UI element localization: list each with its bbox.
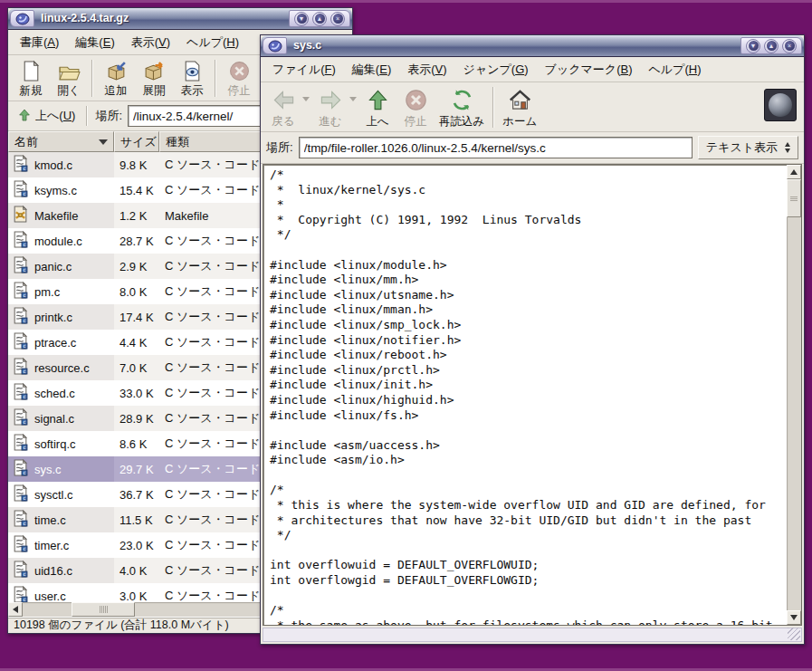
scroll-track[interactable] xyxy=(787,217,801,610)
scroll-track[interactable] xyxy=(23,602,72,617)
toolbar-separator xyxy=(215,60,216,97)
viewer-window-title: sys.c xyxy=(293,35,737,57)
viewer-menu-3[interactable]: ジャンプ(G) xyxy=(455,58,537,81)
maximize-button[interactable]: ▲ xyxy=(764,39,779,53)
archive-menu-2[interactable]: 表示(V) xyxy=(123,31,178,54)
code-line: #include <linux/highuid.h> xyxy=(270,393,787,408)
archive-menu-3[interactable]: ヘルプ(H) xyxy=(178,31,247,54)
file-size: 28.9 K xyxy=(114,406,159,431)
code-line: #include <linux/utsname.h> xyxy=(270,288,787,303)
c-source-icon: c xyxy=(13,484,28,504)
file-name: softirq.c xyxy=(34,437,76,451)
view-mode-value: テキスト表示 xyxy=(706,139,778,156)
archive-window-controls: ▼▲× xyxy=(289,10,350,27)
file-name: sched.c xyxy=(34,387,75,400)
file-size: 23.0 K xyxy=(114,532,159,558)
scroll-thumb[interactable] xyxy=(72,602,135,617)
code-line: /* xyxy=(270,483,787,498)
viewer-tool-back: 戻る xyxy=(264,84,302,130)
file-name-cell: cprintk.c xyxy=(8,304,114,330)
archive-tool-add-to-archive[interactable]: 追加 xyxy=(97,57,135,100)
viewer-titlebar[interactable]: sys.c ▼▲× xyxy=(261,35,804,57)
viewer-location-input[interactable] xyxy=(299,137,693,158)
file-size: 2.9 K xyxy=(114,254,159,279)
file-name: uid16.c xyxy=(34,564,72,578)
archive-tool-open-folder[interactable]: 開く xyxy=(50,57,88,100)
archive-tool-extract[interactable]: 展開 xyxy=(135,57,173,100)
viewer-tool-home[interactable]: ホーム xyxy=(498,84,541,130)
throbber-sphere-icon xyxy=(769,93,792,117)
toolbar-label: 追加 xyxy=(105,83,128,99)
scroll-down-button[interactable] xyxy=(787,610,801,625)
c-source-icon: c xyxy=(13,434,28,454)
archive-titlebar[interactable]: linux-2.5.4.tar.gz ▼▲× xyxy=(8,8,352,30)
vertical-scrollbar[interactable] xyxy=(787,165,801,625)
viewer-menu-2[interactable]: 表示(V) xyxy=(399,58,454,81)
file-name-cell: cuid16.c xyxy=(8,558,114,583)
close-button[interactable]: × xyxy=(330,12,345,26)
file-name: printk.c xyxy=(34,311,72,324)
svg-text:c: c xyxy=(23,470,26,475)
c-source-icon: c xyxy=(13,408,28,428)
svg-text:c: c xyxy=(23,445,26,450)
scroll-up-button[interactable] xyxy=(787,165,801,179)
code-area: /* * linux/kernel/sys.c * * Copyright (C… xyxy=(263,165,787,625)
toolbar-separator xyxy=(91,60,93,97)
code-line: * linux/kernel/sys.c xyxy=(270,183,787,198)
column-header-label: サイズ xyxy=(120,134,157,150)
stop-icon xyxy=(228,59,251,82)
svg-text:c: c xyxy=(23,292,26,298)
desktop: { "desktop": { "background": "#6d1268", … xyxy=(0,0,812,671)
archive-menu-0[interactable]: 書庫(A) xyxy=(12,31,67,54)
open-folder-icon xyxy=(58,59,81,82)
shade-button[interactable]: ▼ xyxy=(294,12,309,26)
archive-tool-new-archive[interactable]: 新規 xyxy=(12,57,50,100)
svg-text:c: c xyxy=(23,419,26,425)
viewer-menu-1[interactable]: 編集(E) xyxy=(344,58,399,81)
column-header-name[interactable]: 名前 xyxy=(8,131,114,152)
close-button[interactable]: × xyxy=(782,39,797,53)
code-line: #include <linux/module.h> xyxy=(270,258,787,273)
column-header-size[interactable]: サイズ xyxy=(114,131,159,152)
scroll-left-button[interactable] xyxy=(8,602,23,617)
resize-grip[interactable] xyxy=(788,628,800,640)
c-source-icon: c xyxy=(13,256,28,276)
dropdown-arrow-icon xyxy=(349,97,357,101)
file-size: 28.7 K xyxy=(114,228,159,254)
archive-window-icon[interactable] xyxy=(10,10,34,27)
file-name: Makefile xyxy=(34,209,78,223)
viewer-menu-5[interactable]: ヘルプ(H) xyxy=(640,58,709,81)
viewer-menu-0[interactable]: ファイル(F) xyxy=(264,58,344,81)
file-name: kmod.c xyxy=(34,158,72,172)
code-line xyxy=(270,243,787,258)
toolbar-separator xyxy=(492,87,494,128)
code-line: #include <asm/uaccess.h> xyxy=(270,438,787,454)
separator xyxy=(86,106,88,126)
code-line: * xyxy=(270,197,787,213)
scroll-thumb[interactable] xyxy=(787,179,801,217)
archive-status-text: 10198 個のファイル (合計 118.0 Mバイト) xyxy=(14,618,229,633)
file-size: 33.0 K xyxy=(114,380,159,406)
viewer-tool-up[interactable]: 上へ xyxy=(358,84,396,130)
view-file-icon xyxy=(181,59,204,82)
code-line: #include <linux/reboot.h> xyxy=(270,348,787,363)
maximize-button[interactable]: ▲ xyxy=(312,12,327,26)
column-header-label: 種類 xyxy=(166,134,189,150)
viewer-window-icon[interactable] xyxy=(263,37,287,54)
viewer-tool-reload[interactable]: 再読込み xyxy=(435,84,489,130)
file-name-cell: csoftirq.c xyxy=(8,431,114,456)
file-name-cell: cksyms.c xyxy=(8,177,114,203)
viewer-menubar: ファイル(F)編集(E)表示(V)ジャンプ(G)ブックマーク(B)ヘルプ(H) xyxy=(261,57,804,82)
file-name-cell: csched.c xyxy=(8,380,114,406)
up-icon xyxy=(17,108,32,125)
up-button[interactable]: 上へ(U) xyxy=(14,106,79,127)
archive-tool-view-file[interactable]: 表示 xyxy=(173,57,211,100)
toolbar-label: 再読込み xyxy=(439,114,484,129)
archive-menu-1[interactable]: 編集(E) xyxy=(67,31,122,54)
shade-button[interactable]: ▼ xyxy=(746,39,760,53)
text-view[interactable]: /* * linux/kernel/sys.c * * Copyright (C… xyxy=(263,164,802,626)
view-mode-select[interactable]: テキスト表示 xyxy=(698,136,798,159)
file-size: 4.4 K xyxy=(114,330,159,355)
svg-text:c: c xyxy=(23,394,26,399)
viewer-menu-4[interactable]: ブックマーク(B) xyxy=(537,58,641,81)
